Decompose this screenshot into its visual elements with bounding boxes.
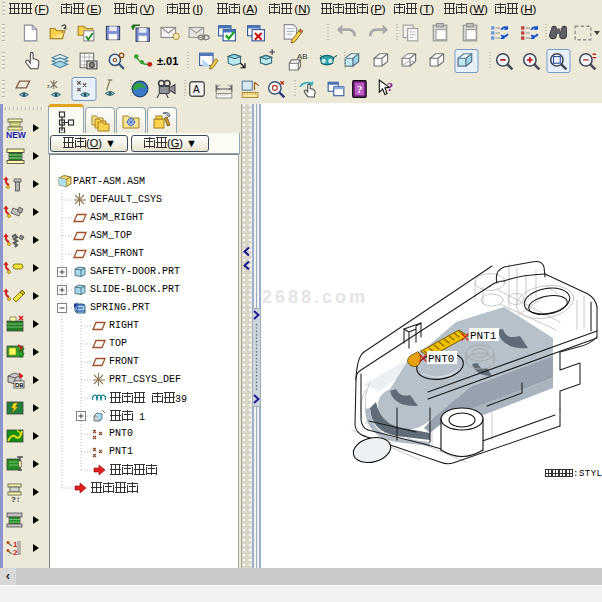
svg-text:PNT1: PNT1 bbox=[470, 330, 497, 342]
svg-text:PNT0: PNT0 bbox=[428, 353, 454, 365]
